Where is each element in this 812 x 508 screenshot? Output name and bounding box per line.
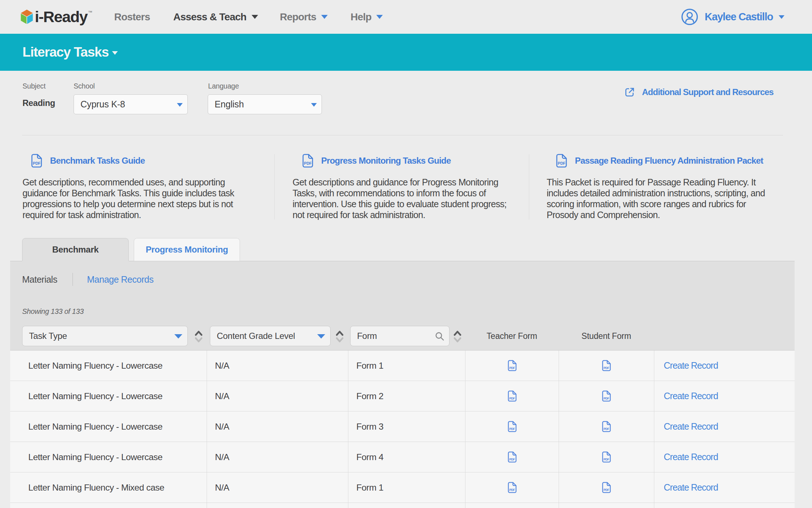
sort-arrows-icon — [335, 329, 344, 343]
school-label: School — [74, 82, 95, 90]
search-icon — [435, 332, 444, 341]
column-divider — [559, 351, 559, 508]
nav-item-label: Reports — [280, 11, 316, 23]
cell-task-type: Letter Naming Fluency - Lowercase — [10, 361, 207, 371]
cell-teacher-form: PDF — [465, 451, 559, 463]
tab-label: Benchmark — [52, 245, 99, 255]
school-select[interactable]: Cyprus K-8 — [74, 94, 188, 114]
user-avatar-icon — [681, 8, 698, 25]
cell-teacher-form: PDF — [465, 482, 559, 493]
guide-divider — [529, 154, 529, 220]
create-record-link[interactable]: Create Record — [664, 391, 718, 401]
trademark-mark: ™ — [88, 10, 92, 15]
benchmark-tasks-guide-link[interactable]: PDF Benchmark Tasks Guide — [22, 154, 254, 168]
column-divider — [348, 351, 348, 508]
svg-text:PDF: PDF — [604, 427, 609, 431]
cell-form: Form 1 — [348, 483, 465, 493]
column-header-teacher-form: Teacher Form — [465, 326, 559, 346]
guide-description: Get descriptions, recommended uses, and … — [22, 177, 234, 220]
guide-card-passage-reading-fluency: PDF Passage Reading Fluency Administrati… — [547, 154, 786, 168]
column-divider — [207, 351, 207, 508]
svg-text:PDF: PDF — [509, 427, 514, 431]
nav-item-label: Help — [351, 11, 371, 23]
create-record-link[interactable]: Create Record — [664, 421, 718, 431]
table-row-partial — [10, 503, 795, 508]
task-type-filter-select[interactable]: Task Type — [22, 326, 188, 346]
content-grade-level-filter-label: Content Grade Level — [217, 331, 295, 341]
svg-text:PDF: PDF — [33, 161, 41, 165]
svg-text:PDF: PDF — [304, 161, 312, 165]
chevron-down-icon — [177, 103, 183, 107]
subnav-item-manage-records[interactable]: Manage Records — [87, 274, 153, 285]
cell-task-type: Letter Naming Fluency - Lowercase — [10, 452, 207, 462]
svg-text:PDF: PDF — [558, 161, 566, 165]
content-grade-level-filter-select[interactable]: Content Grade Level — [210, 326, 331, 346]
subnav-label: Materials — [22, 274, 57, 285]
iready-logo[interactable]: i-Ready ™ — [21, 0, 92, 34]
tab-progress-monitoring[interactable]: Progress Monitoring — [134, 238, 240, 261]
cell-teacher-form: PDF — [465, 360, 559, 371]
cell-student-form: PDF — [559, 451, 654, 463]
pdf-file-icon: PDF — [556, 154, 567, 168]
sort-arrows-icon — [194, 329, 203, 343]
table-row: Letter Naming Fluency - Lowercase N/A Fo… — [10, 411, 795, 442]
chevron-down-icon — [779, 15, 784, 19]
teacher-form-pdf-icon[interactable]: PDF — [508, 421, 517, 432]
task-type-sort-control[interactable] — [194, 329, 203, 343]
svg-text:PDF: PDF — [604, 397, 609, 400]
teacher-form-pdf-icon[interactable]: PDF — [508, 360, 517, 371]
cell-content-grade-level: N/A — [207, 422, 348, 432]
student-form-pdf-icon[interactable]: PDF — [602, 360, 611, 371]
cell-task-type: Letter Naming Fluency - Mixed case — [10, 483, 207, 493]
guide-description: Get descriptions and guidance for Progre… — [293, 177, 506, 220]
page-title[interactable]: Literacy Tasks — [22, 34, 109, 71]
student-form-pdf-icon[interactable]: PDF — [602, 451, 611, 463]
cell-task-type: Letter Naming Fluency - Lowercase — [10, 422, 207, 432]
svg-text:PDF: PDF — [604, 488, 609, 492]
chevron-down-icon — [252, 15, 258, 19]
teacher-form-pdf-icon[interactable]: PDF — [508, 451, 517, 463]
sort-arrows-icon — [453, 329, 462, 343]
section-divider — [22, 135, 783, 135]
guide-title: Passage Reading Fluency Administration P… — [575, 156, 763, 166]
materials-table: Letter Naming Fluency - Lowercase N/A Fo… — [10, 350, 795, 508]
cell-content-grade-level: N/A — [207, 483, 348, 493]
nav-item-help[interactable]: Help — [351, 0, 383, 34]
cell-student-form: PDF — [559, 421, 654, 432]
cell-form: Form 2 — [348, 391, 465, 401]
create-record-link[interactable]: Create Record — [664, 452, 718, 462]
iready-cube-icon — [21, 9, 33, 24]
teacher-form-pdf-icon[interactable]: PDF — [508, 482, 517, 493]
cell-form: Form 3 — [348, 422, 465, 432]
student-form-pdf-icon[interactable]: PDF — [602, 421, 611, 432]
create-record-link[interactable]: Create Record — [664, 482, 718, 492]
form-search-input[interactable]: Form — [350, 326, 450, 346]
form-sort-control[interactable] — [453, 329, 462, 343]
top-navigation-bar: i-Ready ™ Rosters Assess & Teach Reports… — [0, 0, 812, 34]
user-menu[interactable]: Kaylee Castillo — [681, 0, 784, 34]
column-header-student-form: Student Form — [559, 326, 654, 346]
cell-form: Form 1 — [348, 361, 465, 371]
pdf-file-icon: PDF — [302, 154, 313, 168]
subnav-label: Manage Records — [87, 274, 153, 285]
page-title-chevron-down-icon[interactable] — [112, 51, 118, 55]
additional-support-link[interactable]: Additional Support and Resources — [624, 82, 774, 102]
passage-reading-fluency-packet-link[interactable]: PDF Passage Reading Fluency Administrati… — [547, 154, 786, 168]
cell-action: Create Record — [654, 391, 795, 401]
svg-text:PDF: PDF — [509, 397, 514, 400]
content-grade-level-sort-control[interactable] — [335, 329, 344, 343]
nav-item-reports[interactable]: Reports — [280, 0, 328, 34]
language-select[interactable]: English — [208, 94, 322, 114]
create-record-link[interactable]: Create Record — [664, 360, 718, 370]
literacy-tasks-page: i-Ready ™ Rosters Assess & Teach Reports… — [0, 0, 812, 508]
tab-benchmark[interactable]: Benchmark — [22, 238, 129, 261]
teacher-form-pdf-icon[interactable]: PDF — [508, 390, 517, 402]
student-form-pdf-icon[interactable]: PDF — [602, 482, 611, 493]
chevron-down-icon — [321, 15, 328, 19]
subnav-item-materials[interactable]: Materials — [22, 274, 57, 285]
student-form-pdf-icon[interactable]: PDF — [602, 390, 611, 402]
svg-text:PDF: PDF — [604, 366, 609, 370]
progress-monitoring-tasks-guide-link[interactable]: PDF Progress Monitoring Tasks Guide — [293, 154, 525, 168]
nav-item-rosters[interactable]: Rosters — [114, 0, 150, 34]
nav-item-assess-and-teach[interactable]: Assess & Teach — [173, 0, 258, 34]
